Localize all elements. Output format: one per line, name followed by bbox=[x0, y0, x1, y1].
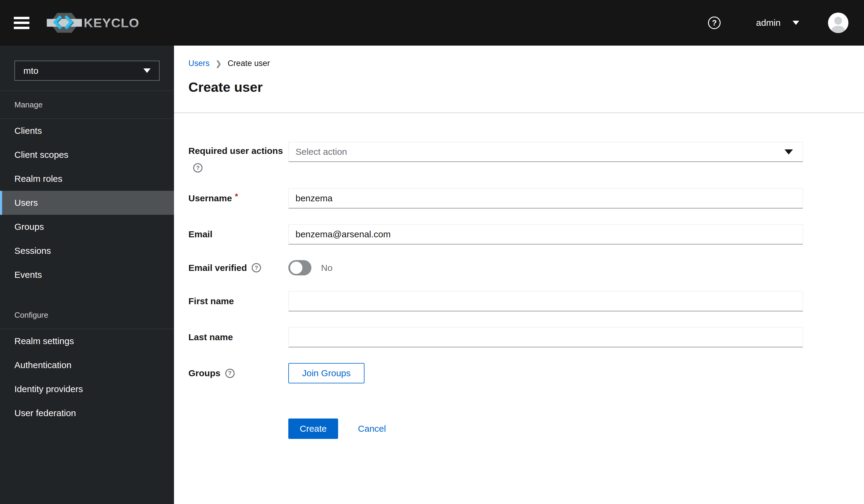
nav-section-configure: Configure Realm settings Authentication … bbox=[0, 301, 174, 425]
user-menu-label: admin bbox=[756, 18, 781, 28]
form-row-groups: Groups ? Join Groups bbox=[189, 363, 864, 383]
sidebar-item-realm-settings[interactable]: Realm settings bbox=[0, 329, 174, 353]
hamburger-menu-icon[interactable] bbox=[14, 17, 29, 29]
join-groups-button[interactable]: Join Groups bbox=[288, 363, 364, 383]
sidebar-item-client-scopes[interactable]: Client scopes bbox=[0, 143, 174, 167]
nav-section-manage: Manage Clients Client scopes Realm roles… bbox=[0, 91, 174, 287]
form-actions: Create Cancel bbox=[288, 419, 864, 439]
hamburger-bar bbox=[14, 17, 29, 19]
email-field[interactable] bbox=[288, 224, 803, 244]
sidebar-item-user-federation[interactable]: User federation bbox=[0, 401, 174, 425]
create-button[interactable]: Create bbox=[288, 419, 338, 439]
masthead: KEYCLOAK ? admin bbox=[0, 0, 864, 46]
first-name-field[interactable] bbox=[288, 291, 803, 311]
email-verified-toggle[interactable] bbox=[288, 260, 311, 275]
sidebar-item-realm-roles[interactable]: Realm roles bbox=[0, 167, 174, 191]
create-user-form: Required user actions ? Select action Us… bbox=[174, 113, 864, 439]
email-verified-state: No bbox=[321, 263, 333, 273]
chevron-down-icon bbox=[143, 69, 151, 73]
required-actions-label-cell: Required user actions ? bbox=[189, 142, 288, 172]
sidebar-item-users[interactable]: Users bbox=[0, 191, 174, 215]
first-name-label: First name bbox=[189, 296, 234, 306]
username-field[interactable] bbox=[288, 188, 803, 208]
nav-section-title-configure: Configure bbox=[0, 301, 174, 329]
last-name-field[interactable] bbox=[288, 327, 803, 347]
email-label: Email bbox=[189, 229, 213, 239]
breadcrumb-link-users[interactable]: Users bbox=[189, 59, 210, 68]
user-menu[interactable]: admin bbox=[756, 18, 799, 28]
sidebar-item-authentication[interactable]: Authentication bbox=[0, 353, 174, 377]
email-verified-control: No bbox=[288, 260, 803, 275]
person-icon bbox=[828, 13, 848, 33]
breadcrumb-separator-icon: ❯ bbox=[216, 59, 222, 68]
sidebar-item-events[interactable]: Events bbox=[0, 263, 174, 287]
hamburger-bar bbox=[14, 27, 29, 29]
nav-section-title-manage: Manage bbox=[0, 91, 174, 119]
chevron-down-icon bbox=[784, 149, 793, 155]
realm-selector-block: mto bbox=[0, 46, 174, 91]
groups-label-cell: Groups ? bbox=[189, 368, 288, 378]
first-name-label-cell: First name bbox=[189, 296, 288, 306]
avatar[interactable] bbox=[828, 13, 848, 33]
breadcrumb-current: Create user bbox=[228, 59, 270, 68]
last-name-label-cell: Last name bbox=[189, 332, 288, 342]
email-verified-label-cell: Email verified ? bbox=[189, 263, 288, 273]
required-actions-label: Required user actions bbox=[189, 146, 283, 156]
realm-selector[interactable]: mto bbox=[14, 61, 160, 81]
page-title: Create user bbox=[189, 80, 850, 95]
keycloak-logo-graphic: KEYCLOAK bbox=[47, 13, 140, 33]
sidebar-item-groups[interactable]: Groups bbox=[0, 215, 174, 239]
email-verified-help-icon[interactable]: ? bbox=[252, 263, 261, 272]
sidebar-item-identity-providers[interactable]: Identity providers bbox=[0, 377, 174, 401]
form-row-required-actions: Required user actions ? Select action bbox=[189, 142, 864, 172]
sidebar-item-clients[interactable]: Clients bbox=[0, 119, 174, 143]
masthead-toolbar: ? admin bbox=[708, 13, 848, 33]
chevron-down-icon bbox=[793, 21, 799, 25]
groups-control: Join Groups bbox=[288, 363, 803, 383]
keycloak-logo: KEYCLOAK bbox=[47, 13, 140, 33]
breadcrumb: Users ❯ Create user bbox=[189, 59, 850, 68]
toggle-knob bbox=[290, 262, 302, 274]
hamburger-bar bbox=[14, 22, 29, 24]
sidebar-item-sessions[interactable]: Sessions bbox=[0, 239, 174, 263]
required-actions-select[interactable]: Select action bbox=[288, 142, 803, 162]
sidebar: mto Manage Clients Client scopes Realm r… bbox=[0, 46, 174, 504]
main-content: Users ❯ Create user Create user Required… bbox=[174, 46, 864, 504]
form-row-email: Email bbox=[189, 224, 864, 244]
required-asterisk: * bbox=[235, 192, 238, 201]
username-label: Username bbox=[189, 193, 232, 203]
groups-help-icon[interactable]: ? bbox=[225, 369, 235, 378]
email-verified-label: Email verified bbox=[189, 263, 247, 273]
email-label-cell: Email bbox=[189, 229, 288, 239]
username-label-cell: Username * bbox=[189, 193, 288, 203]
required-actions-placeholder: Select action bbox=[296, 147, 347, 157]
page-header: Users ❯ Create user Create user bbox=[174, 46, 864, 113]
brand-text: KEYCLOAK bbox=[84, 16, 140, 30]
form-row-username: Username * bbox=[189, 188, 864, 208]
form-row-last-name: Last name bbox=[189, 327, 864, 347]
cancel-button[interactable]: Cancel bbox=[358, 424, 386, 434]
realm-name: mto bbox=[23, 66, 38, 76]
form-row-first-name: First name bbox=[189, 291, 864, 311]
required-actions-help-icon[interactable]: ? bbox=[193, 163, 203, 172]
groups-label: Groups bbox=[189, 368, 220, 378]
form-row-email-verified: Email verified ? No bbox=[189, 260, 864, 275]
last-name-label: Last name bbox=[189, 332, 233, 342]
help-icon[interactable]: ? bbox=[708, 16, 721, 29]
